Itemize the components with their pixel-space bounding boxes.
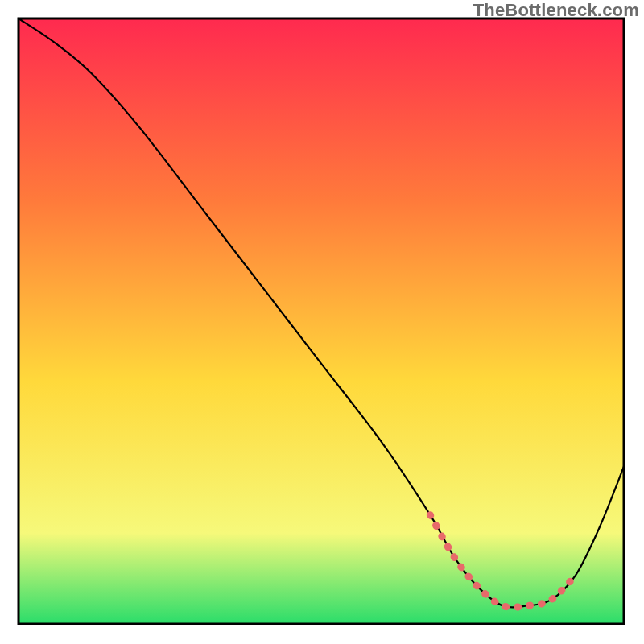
plot-area [19,19,624,624]
bottleneck-chart [0,0,644,644]
watermark-text: TheBottleneck.com [473,0,639,21]
chart-stage: TheBottleneck.com [0,0,644,644]
